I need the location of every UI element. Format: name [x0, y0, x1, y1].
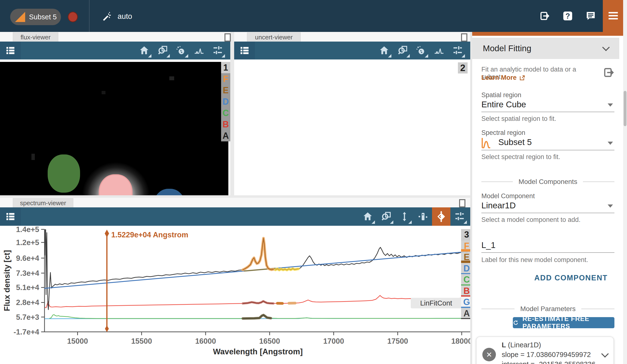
uncert-collapse-tool[interactable] [430, 42, 448, 59]
spectral-region-label: Spectral region [481, 129, 525, 136]
dropdown-caret-icon[interactable] [608, 204, 613, 208]
tab-spectrum-viewer-label: spectrum-viewer [20, 199, 66, 207]
spectrum-chart[interactable]: 1.4e+51.2e+59.6e+47.3e+45.1e+42.8e+45.7e… [0, 226, 472, 364]
flux-data-menu-button[interactable] [0, 42, 21, 59]
layer-item-F[interactable]: F [221, 73, 230, 85]
layer-item-C[interactable]: C [221, 107, 230, 119]
data-layers-icon [239, 45, 250, 56]
chevron-down-icon[interactable] [601, 350, 609, 358]
component-label-input[interactable]: L_1 [481, 240, 495, 250]
refresh-icon [513, 319, 519, 326]
uncert-viewer-toolbar [234, 42, 470, 59]
dropdown-caret-icon[interactable] [608, 103, 613, 107]
slice-diamond-icon [435, 211, 447, 223]
x-tick-label: 16500 [259, 337, 280, 345]
plugin-tray-accent [472, 32, 623, 36]
flux-viewer-toolbar [0, 42, 230, 59]
spectrum-line-icon [434, 45, 445, 56]
help-icon[interactable]: ? [562, 11, 573, 21]
series-uncert-spectrum [45, 295, 472, 308]
flux-image[interactable] [0, 62, 228, 195]
subset-region-green[interactable] [48, 154, 80, 193]
subset-region-blue[interactable] [153, 189, 186, 195]
slice-indicator-top-marker [105, 230, 109, 237]
spatial-underline [481, 112, 614, 112]
card-slope: slope = 17.03860799459972 [502, 350, 597, 360]
uncert-home-tool[interactable] [375, 42, 393, 59]
model-fitting-header[interactable]: Model Fitting [472, 38, 619, 59]
flux-settings-tool[interactable] [209, 42, 227, 59]
flux-viewer-tabstrip: flux-viewer [0, 32, 230, 42]
dropdown-caret-icon[interactable] [608, 142, 613, 145]
spectrum-viewer-maximize-icon[interactable] [459, 199, 466, 207]
layer-item-B[interactable]: B [221, 119, 230, 130]
flux-viewer-maximize-icon[interactable] [224, 33, 231, 42]
flux-home-tool[interactable] [135, 42, 153, 59]
remove-component-icon[interactable]: ✕ [482, 348, 496, 361]
spectrum-viewer-toolbar [0, 207, 472, 226]
range-select-icon [417, 211, 428, 222]
tab-uncert-viewer[interactable]: uncert-viewer [247, 32, 301, 42]
y-tick-label: 1.4e+5 [16, 226, 39, 234]
flux-collapse-tool[interactable] [190, 42, 209, 59]
subset-color-dot[interactable] [68, 12, 78, 22]
spectrum-home-tool[interactable] [359, 207, 377, 226]
svg-text:?: ? [565, 12, 570, 20]
y-tick-label: 7.3e+4 [16, 269, 39, 277]
uncert-settings-tool[interactable] [448, 42, 467, 59]
spectrum-zoom-tool[interactable] [377, 207, 395, 226]
external-link-icon [519, 75, 525, 81]
x-tick-label: 18000 [451, 337, 472, 345]
magic-wand-icon[interactable] [102, 11, 113, 22]
overlay-highlight [277, 303, 282, 304]
overlay-highlight [289, 303, 295, 303]
spectrum-data-menu-button[interactable] [0, 207, 21, 226]
tab-spectrum-viewer[interactable]: spectrum-viewer [13, 198, 73, 208]
uncert-viewer-canvas[interactable]: 2 [234, 59, 470, 195]
tab-flux-viewer[interactable]: flux-viewer [13, 32, 58, 42]
uncert-viewer-maximize-icon[interactable] [461, 33, 467, 42]
panel-scrollbar-thumb[interactable] [624, 91, 627, 126]
uncert-subset-tool[interactable] [412, 42, 430, 59]
topbar-divider [89, 0, 90, 32]
spatial-region-select[interactable]: Entire Cube [481, 100, 526, 109]
learn-more-link[interactable]: Learn More [481, 74, 525, 82]
card-title: L (Linear1D) [502, 340, 597, 350]
x-tick-label: 15000 [67, 337, 88, 345]
x-axis-title: Wavelength [Angstrom] [213, 347, 303, 356]
export-icon[interactable] [540, 11, 550, 21]
component-label-hint: Label for this new model component. [481, 256, 588, 264]
top-app-bar: Subset 5 auto ? [0, 0, 627, 32]
feedback-icon[interactable] [585, 11, 596, 21]
model-component-select[interactable]: Linear1D [481, 201, 516, 210]
reestimate-button[interactable]: RE-ESTIMATE FREE PARAMETERS [513, 317, 614, 328]
spectrum-range-select-tool[interactable] [414, 207, 432, 226]
spectral-region-select[interactable]: Subset 5 [498, 137, 532, 147]
plugin-title: Model Fitting [483, 44, 531, 53]
layer-item-D[interactable]: D [221, 96, 230, 107]
component-underline [481, 213, 614, 213]
data-layers-icon [5, 45, 16, 56]
layer-tooltip: LinFitCont [411, 298, 462, 308]
spectrum-settings-tool[interactable] [450, 207, 469, 226]
uncert-panzoom-tool[interactable] [393, 42, 412, 59]
add-component-button[interactable]: ADD COMPONENT [508, 273, 608, 282]
flux-panzoom-tool[interactable] [153, 42, 172, 59]
hamburger-menu-icon[interactable] [607, 10, 619, 21]
y-tick-label: 5.7e+3 [16, 313, 39, 321]
flux-subset-tool[interactable] [172, 42, 190, 59]
uncert-data-menu-button[interactable] [234, 42, 255, 59]
jdaviz-app: Subset 5 auto ? [0, 0, 627, 364]
layer-item-A[interactable]: A [221, 130, 230, 141]
auto-mode-label[interactable]: auto [117, 12, 132, 21]
model-component-label: Model Component [481, 192, 535, 200]
model-parameter-card: ✕ L (Linear1D) slope = 17.03860799459972… [476, 336, 614, 364]
spectrum-slice-tool[interactable] [432, 207, 450, 226]
plugin-export-icon[interactable] [603, 67, 615, 78]
viewer-badge: 1 [221, 62, 230, 73]
spectrum-ypan-tool[interactable] [395, 207, 414, 226]
panel-scrollbar[interactable] [623, 0, 627, 364]
layer-item-E[interactable]: E [221, 85, 230, 96]
subset-select-pill[interactable]: Subset 5 [10, 9, 61, 25]
uncert-viewer-tabstrip: uncert-viewer [234, 32, 470, 42]
